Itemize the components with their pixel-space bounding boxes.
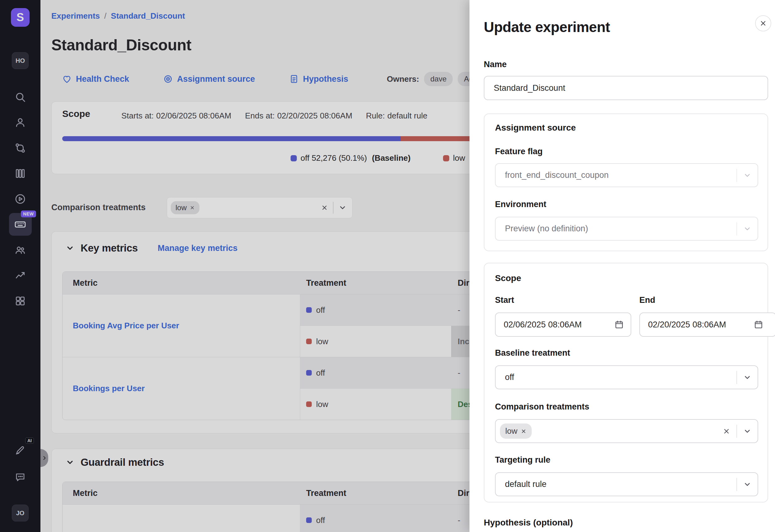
drawer-title: Update experiment: [484, 19, 610, 35]
scope-section: Scope Start End 02/06/2025 08:06AM 02/20…: [484, 263, 768, 502]
select-divider: [736, 222, 737, 235]
start-label: Start: [495, 295, 514, 305]
end-date-input[interactable]: 02/20/2025 08:06AM: [639, 312, 775, 337]
baseline-treatment-select[interactable]: off: [495, 365, 758, 389]
name-label: Name: [484, 60, 507, 69]
feature-flag-select[interactable]: front_end_discount_coupon: [495, 163, 758, 187]
calendar-icon[interactable]: [615, 320, 624, 329]
environment-select[interactable]: Preview (no definition): [495, 217, 758, 241]
end-date-value: 02/20/2025 08:06AM: [648, 320, 726, 330]
app-window: Experiments / Standard_Discount Standard…: [0, 0, 775, 532]
chevron-down-icon: [743, 225, 751, 233]
chevron-down-icon: [743, 373, 751, 382]
end-label: End: [639, 295, 655, 305]
calendar-icon[interactable]: [754, 320, 763, 329]
comparison-treatments-multiselect[interactable]: low: [495, 419, 758, 443]
assignment-source-section: Assignment source Feature flag front_end…: [484, 113, 768, 251]
chip-label: low: [505, 426, 518, 436]
select-divider: [736, 478, 737, 491]
environment-value: Preview (no definition): [505, 224, 588, 234]
chevron-down-icon: [743, 427, 751, 435]
remove-icon[interactable]: [521, 428, 527, 434]
feature-flag-label: Feature flag: [495, 147, 543, 156]
close-icon: [759, 20, 767, 27]
name-input[interactable]: [484, 76, 768, 100]
hypothesis-label: Hypothesis (optional): [484, 518, 573, 528]
close-button[interactable]: [755, 15, 771, 31]
chevron-down-icon: [743, 171, 751, 179]
select-divider: [736, 169, 737, 182]
start-date-value: 02/06/2025 08:06AM: [504, 320, 582, 330]
baseline-treatment-label: Baseline treatment: [495, 348, 570, 358]
assignment-source-title: Assignment source: [495, 123, 576, 133]
treatment-chip-low[interactable]: low: [500, 423, 532, 439]
chevron-down-icon: [743, 480, 751, 488]
targeting-rule-label: Targeting rule: [495, 455, 550, 465]
select-divider: [736, 425, 737, 438]
environment-label: Environment: [495, 200, 546, 209]
feature-flag-value: front_end_discount_coupon: [505, 170, 609, 180]
baseline-treatment-value: off: [505, 372, 514, 382]
comparison-treatments-label: Comparison treatments: [495, 402, 589, 412]
clear-selection-icon[interactable]: [723, 428, 730, 435]
targeting-rule-select[interactable]: default rule: [495, 472, 758, 496]
scope-section-title: Scope: [495, 273, 521, 283]
targeting-rule-value: default rule: [505, 479, 547, 489]
update-experiment-drawer: Update experiment Name Assignment source…: [470, 0, 775, 532]
start-date-input[interactable]: 02/06/2025 08:06AM: [495, 312, 631, 337]
select-divider: [736, 371, 737, 384]
